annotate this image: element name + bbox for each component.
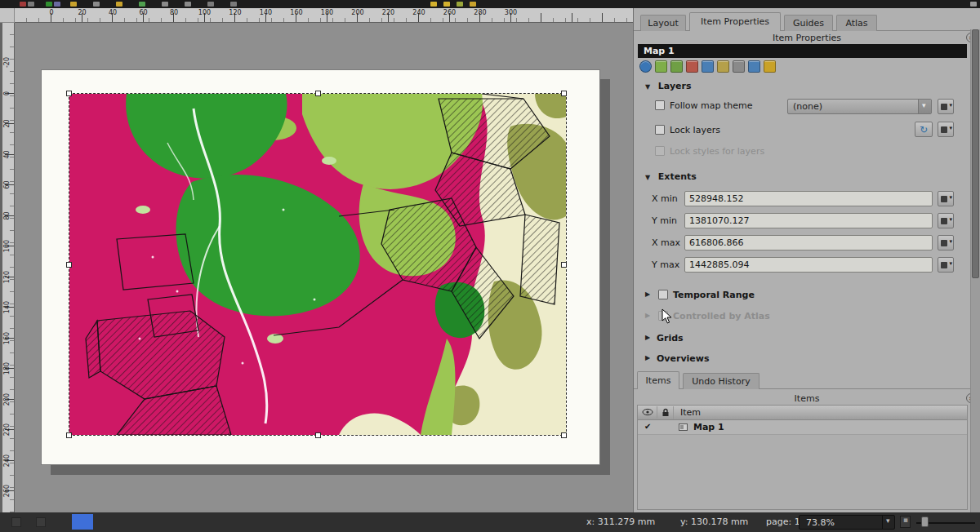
map-item[interactable] bbox=[69, 94, 566, 435]
tab-atlas[interactable]: Atlas bbox=[836, 15, 877, 31]
expand-arrow-icon[interactable] bbox=[645, 354, 655, 361]
extent-label: Y max bbox=[652, 259, 679, 270]
lock-column-lock-icon bbox=[657, 406, 674, 419]
status-icon[interactable] bbox=[11, 517, 21, 527]
refresh-locked-layers-button[interactable] bbox=[915, 122, 933, 137]
toolbar-icon[interactable] bbox=[470, 2, 476, 7]
resize-handle[interactable] bbox=[66, 91, 72, 96]
layers-group-header[interactable]: Layers bbox=[645, 81, 692, 91]
clipping-settings-icon[interactable] bbox=[733, 60, 745, 73]
resize-handle[interactable] bbox=[315, 91, 321, 96]
toolbar-icon[interactable] bbox=[139, 2, 145, 7]
toolbar-icon[interactable] bbox=[116, 2, 122, 7]
lock-scale-button[interactable] bbox=[900, 516, 911, 528]
follow-map-theme-label: Follow map theme bbox=[670, 100, 752, 111]
layout-canvas[interactable] bbox=[15, 23, 633, 512]
tab-items[interactable]: Items bbox=[637, 371, 679, 389]
panel-scrollbar[interactable] bbox=[970, 29, 980, 512]
toolbar-icon[interactable] bbox=[185, 2, 191, 7]
toolbar-icon[interactable] bbox=[970, 2, 977, 7]
toolbar-icon[interactable] bbox=[46, 2, 52, 7]
labeling-settings-icon[interactable] bbox=[717, 60, 729, 73]
ruler-label: 140 bbox=[3, 295, 11, 320]
scrollbar-thumb[interactable] bbox=[972, 29, 979, 278]
extent-y-max-field[interactable]: 1442885.094 bbox=[684, 257, 933, 273]
refresh-map-preview-icon[interactable] bbox=[639, 60, 652, 73]
resize-handle[interactable] bbox=[315, 432, 321, 438]
toolbar-icon[interactable] bbox=[162, 2, 168, 7]
tab-item-properties[interactable]: Item Properties bbox=[689, 12, 781, 31]
toolbar-icon[interactable] bbox=[443, 2, 450, 7]
visibility-checkbox[interactable] bbox=[644, 421, 651, 432]
temporal-range-row[interactable]: Temporal Range bbox=[634, 288, 970, 304]
toolbar-icon[interactable] bbox=[20, 2, 26, 7]
extent-label: X max bbox=[652, 237, 680, 248]
set-map-scale-icon[interactable] bbox=[686, 60, 698, 73]
resize-handle[interactable] bbox=[66, 432, 72, 438]
ruler-label: 80 bbox=[170, 9, 178, 16]
zoom-level-combo[interactable]: 73.8% bbox=[799, 515, 895, 530]
controlled-by-atlas-label: Controlled by Atlas bbox=[673, 311, 770, 321]
extent-x-min-field[interactable]: 528948.152 bbox=[684, 191, 933, 206]
edit-map-extent-icon[interactable] bbox=[702, 60, 714, 73]
controlled-by-atlas-row: Controlled by Atlas bbox=[634, 309, 970, 325]
item-label: Map 1 bbox=[693, 422, 724, 432]
grids-row[interactable]: Grids bbox=[634, 331, 970, 347]
toolbar-icon[interactable] bbox=[457, 2, 463, 7]
follow-map-theme-checkbox[interactable] bbox=[655, 100, 665, 110]
data-defined-override-button[interactable] bbox=[938, 122, 954, 137]
extent-label: X min bbox=[652, 193, 678, 204]
extent-x-max-field[interactable]: 616806.866 bbox=[684, 235, 933, 250]
grid-settings-icon[interactable] bbox=[748, 60, 760, 73]
atlas-margin-icon[interactable] bbox=[764, 60, 776, 73]
data-defined-override-button[interactable] bbox=[938, 99, 954, 114]
set-map-extent-icon[interactable] bbox=[655, 60, 667, 73]
mouse-cursor bbox=[662, 308, 673, 325]
ruler-label: 0 bbox=[49, 9, 53, 16]
expand-arrow-icon[interactable] bbox=[645, 290, 655, 298]
toolbar-icon[interactable] bbox=[54, 2, 60, 7]
map-theme-combo[interactable]: (none) bbox=[787, 99, 932, 114]
lock-styles-row: Lock styles for layers bbox=[634, 144, 970, 160]
resize-handle[interactable] bbox=[561, 91, 567, 96]
data-defined-override-button[interactable] bbox=[938, 235, 954, 250]
ruler-corner bbox=[0, 8, 15, 23]
toolbar-icon[interactable] bbox=[70, 2, 77, 7]
tab-undo-history[interactable]: Undo History bbox=[683, 373, 760, 389]
list-item[interactable]: Map 1 bbox=[638, 420, 967, 435]
ruler-label: 240 bbox=[412, 9, 425, 16]
temporal-range-checkbox[interactable] bbox=[658, 290, 668, 299]
ruler-label: 300 bbox=[505, 9, 517, 16]
tab-guides[interactable]: Guides bbox=[784, 15, 833, 31]
resize-handle[interactable] bbox=[561, 262, 567, 268]
expand-arrow-icon[interactable] bbox=[645, 334, 655, 341]
extent-y-min-field[interactable]: 1381070.127 bbox=[684, 213, 933, 228]
zoom-slider-handle[interactable] bbox=[921, 516, 929, 527]
collapse-arrow-icon bbox=[645, 83, 655, 91]
resize-handle[interactable] bbox=[66, 262, 72, 268]
selected-item-header: Map 1 bbox=[638, 44, 967, 58]
expand-arrow-icon bbox=[645, 312, 655, 319]
active-task-badge[interactable] bbox=[72, 514, 93, 530]
toolbar-icon[interactable] bbox=[93, 2, 100, 7]
lock-layers-checkbox[interactable] bbox=[655, 125, 665, 135]
toolbar-icon[interactable] bbox=[230, 2, 237, 7]
resize-handle[interactable] bbox=[561, 432, 567, 438]
ruler-label: 260 bbox=[443, 9, 456, 16]
right-dock: Layout Item Properties Guides Atlas Item… bbox=[633, 8, 980, 512]
panel-title: Item Properties bbox=[634, 33, 980, 43]
status-icon[interactable] bbox=[36, 517, 46, 527]
ruler-label: 200 bbox=[3, 387, 11, 411]
extent-label: Y min bbox=[652, 215, 677, 226]
qgis-print-layout-window: 0204060801001201401601802002202402602803… bbox=[0, 0, 980, 532]
extents-group-header[interactable]: Extents bbox=[645, 171, 697, 182]
toolbar-icon[interactable] bbox=[207, 2, 214, 7]
data-defined-override-button[interactable] bbox=[938, 213, 954, 228]
overviews-row[interactable]: Overviews bbox=[634, 352, 970, 367]
zoom-to-extent-icon[interactable] bbox=[670, 60, 683, 73]
data-defined-override-button[interactable] bbox=[938, 257, 954, 273]
toolbar-icon[interactable] bbox=[430, 2, 437, 7]
toolbar-icon[interactable] bbox=[28, 2, 34, 7]
data-defined-override-button[interactable] bbox=[938, 191, 954, 206]
tab-layout[interactable]: Layout bbox=[640, 15, 686, 31]
